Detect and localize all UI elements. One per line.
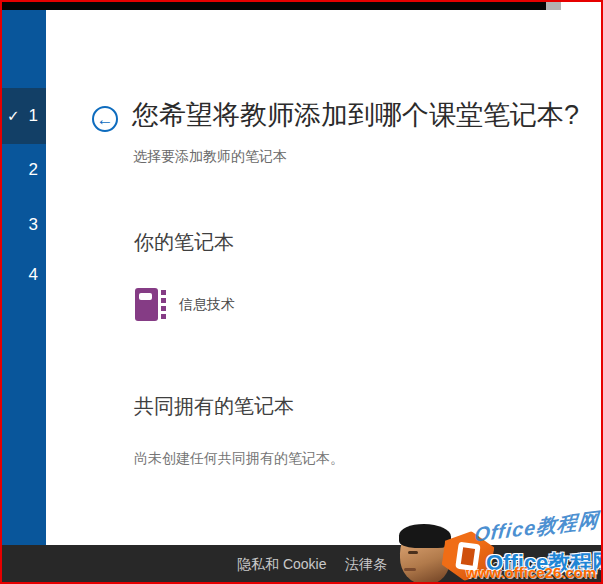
scrollbar-fragment[interactable] [546, 2, 561, 10]
sidebar-step-1[interactable]: ✓ 1 [0, 88, 46, 144]
sidebar-step-2[interactable]: 2 [0, 160, 46, 180]
sidebar-step-3[interactable]: 3 [0, 215, 46, 235]
check-icon: ✓ [7, 107, 20, 125]
window-top-bar [2, 2, 546, 10]
legal-link[interactable]: 法律条 [345, 556, 387, 574]
screenshot-red-border [0, 0, 603, 584]
watermark-site-url: www.office26.com [466, 564, 596, 581]
co-owned-notebooks-heading: 共同拥有的笔记本 [134, 393, 294, 420]
your-notebooks-heading: 你的笔记本 [134, 229, 234, 256]
sidebar-step-4[interactable]: 4 [0, 265, 46, 285]
step-number: 1 [29, 106, 38, 126]
page-subtitle: 选择要添加教师的笔记本 [133, 148, 287, 166]
handwritten-watermark: Office教程网 [473, 506, 600, 549]
class-notebook-wizard-window: ✓ 1 2 3 4 ← 您希望将教师添加到哪个课堂笔记本? 选择要添加教师的笔记… [0, 0, 603, 584]
notebook-name: 信息技术 [179, 296, 235, 314]
co-owned-empty-text: 尚未创建任何共同拥有的笔记本。 [134, 450, 344, 468]
onenote-notebook-icon [135, 287, 166, 322]
page-title: 您希望将教师添加到哪个课堂笔记本? [132, 97, 602, 133]
back-arrow-icon: ← [97, 111, 114, 128]
privacy-cookie-link[interactable]: 隐私和 Cookie [237, 556, 326, 574]
notebook-item-xinxijishu[interactable]: 信息技术 [135, 287, 235, 322]
back-button[interactable]: ← [92, 106, 118, 132]
wizard-steps-sidebar: ✓ 1 2 3 4 [0, 10, 46, 545]
